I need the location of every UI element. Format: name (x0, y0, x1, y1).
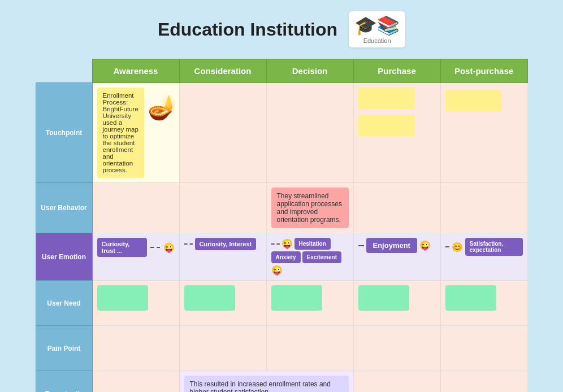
cell-need-purchase (353, 281, 440, 326)
label-need: User Need (36, 281, 92, 326)
journey-table: Awareness Consideration Decision Purchas… (36, 59, 528, 392)
emotion-postpurchase-content: 😊 Satisfaction, expectation (445, 238, 523, 256)
opportunity-box: This resulted in increased enrollment ra… (184, 376, 349, 392)
cell-need-decision (266, 281, 353, 326)
cell-pain-consideration (179, 326, 266, 371)
label-header (36, 59, 92, 83)
cell-emotion-postpurchase: 😊 Satisfaction, expectation (440, 233, 527, 281)
emotion-decision-content: 😜 Hesitation Anxiety Excitement 😜 (271, 238, 349, 276)
row-emotion: User Emotion Curiosity, trust ... 😜 Curi… (36, 233, 527, 281)
page-title: Education Institution (158, 19, 337, 40)
cell-emotion-purchase: Enjoyment 😜 (353, 233, 440, 281)
stage-header-decision: Decision (266, 59, 353, 83)
tag-awareness: Curiosity, trust ... (97, 238, 148, 257)
cell-pain-awareness (92, 326, 179, 371)
cell-emotion-consideration: Curiosity, Interest (179, 233, 266, 281)
row-pain: Pain Point (36, 326, 527, 371)
cell-opportunity-postpurchase (440, 371, 527, 393)
label-emotion: User Emotion (36, 233, 92, 281)
cell-touchpoint-decision (266, 83, 353, 183)
cell-touchpoint-purchase (353, 83, 440, 183)
touchpoint-awareness-content: Enrollment Process: BrightFuture Univers… (97, 88, 175, 178)
cell-pain-purchase (353, 326, 440, 371)
cell-opportunity-awareness (92, 371, 179, 393)
stage-header-consideration: Consideration (179, 59, 266, 83)
cell-need-consideration (179, 281, 266, 326)
emoji-decision2: 😜 (271, 265, 283, 276)
need-note-awareness (97, 285, 148, 311)
cell-behavior-decision: They streamlined application processes a… (266, 183, 353, 233)
behavior-decision-box: They streamlined application processes a… (271, 188, 349, 228)
tag-purchase: Enjoyment (366, 238, 417, 253)
purchase-note1 (358, 88, 415, 109)
row-opportunity: Opportunity This resulted in increased e… (36, 371, 527, 393)
cell-pain-decision (266, 326, 353, 371)
logo-icon: 🎓📚 (354, 15, 400, 36)
emotion-awareness-content: Curiosity, trust ... 😜 (97, 238, 175, 257)
row-need: User Need (36, 281, 527, 326)
row-behavior: User Behavior They streamlined applicati… (36, 183, 527, 233)
label-behavior: User Behavior (36, 183, 92, 233)
cell-need-awareness (92, 281, 179, 326)
emotion-purchase-content: Enjoyment 😜 (358, 238, 436, 253)
row-touchpoint: Touchpoint Enrollment Process: BrightFut… (36, 83, 527, 183)
cell-touchpoint-postpurchase (440, 83, 527, 183)
emoji-postpurchase: 😊 (452, 242, 463, 252)
header: Education Institution 🎓📚 Education (158, 11, 405, 47)
logo-label: Education (363, 37, 391, 44)
stage-header-awareness: Awareness (92, 59, 179, 83)
page-wrapper: Education Institution 🎓📚 Education Aware… (0, 0, 563, 392)
cell-emotion-decision: 😜 Hesitation Anxiety Excitement 😜 (266, 233, 353, 281)
cell-touchpoint-consideration (179, 83, 266, 183)
cell-behavior-postpurchase (440, 183, 527, 233)
cell-behavior-purchase (353, 183, 440, 233)
label-pain: Pain Point (36, 326, 92, 371)
tag-decision3: Excitement (302, 251, 341, 263)
emoji-decision: 😜 (282, 238, 293, 249)
stage-header-postpurchase: Post-purchase (440, 59, 527, 83)
emotion-consideration-content: Curiosity, Interest (184, 238, 262, 250)
need-note-purchase (358, 285, 409, 311)
emoji-awareness: 😜 (163, 242, 175, 253)
need-note-decision (271, 285, 322, 311)
cell-behavior-consideration (179, 183, 266, 233)
tag-decision2: Anxiety (271, 251, 301, 263)
cell-opportunity-purchase (353, 371, 440, 393)
cell-behavior-awareness (92, 183, 179, 233)
cell-need-postpurchase (440, 281, 527, 326)
cell-opportunity-consideration: This resulted in increased enrollment ra… (179, 371, 353, 393)
logo-box: 🎓📚 Education (349, 11, 405, 47)
emoji-purchase: 😜 (419, 240, 431, 251)
tag-consideration: Curiosity, Interest (195, 238, 257, 250)
tag-decision1: Hesitation (295, 238, 331, 250)
stage-header-purchase: Purchase (353, 59, 440, 83)
cell-emotion-awareness: Curiosity, trust ... 😜 (92, 233, 179, 281)
cell-touchpoint-awareness: Enrollment Process: BrightFuture Univers… (92, 83, 179, 183)
purchase-note2 (358, 115, 415, 136)
cell-pain-postpurchase (440, 326, 527, 371)
label-touchpoint: Touchpoint (36, 83, 92, 183)
purchase-notes (358, 88, 436, 136)
label-opportunity: Opportunity (36, 371, 92, 393)
need-note-postpurchase (445, 285, 496, 311)
need-note-consideration (184, 285, 235, 311)
tag-postpurchase: Satisfaction, expectation (465, 238, 523, 256)
tp-awareness-note: Enrollment Process: BrightFuture Univers… (97, 88, 144, 178)
lamp-image: 🪔 (148, 93, 177, 121)
postpurchase-note (445, 90, 502, 111)
